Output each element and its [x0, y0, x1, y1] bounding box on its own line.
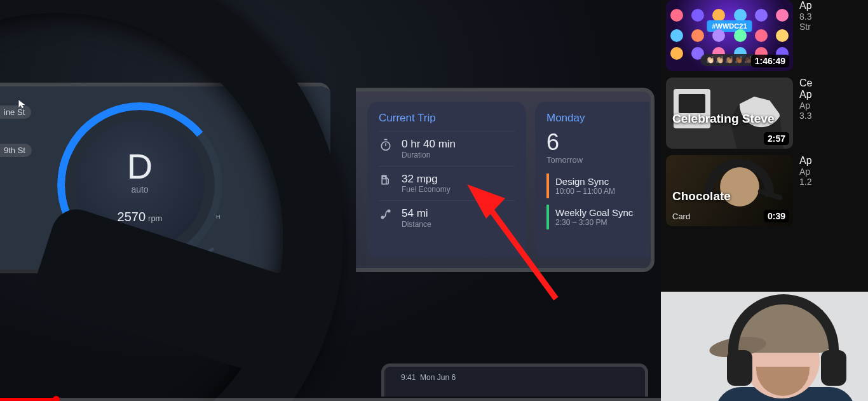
center-console-screen: 9:41 Mon Jun 6	[381, 364, 648, 397]
video-title-3: Ap	[799, 155, 863, 167]
calendar-event-2[interactable]: Weekly Goal Sync 2:30 – 3:30 PM	[546, 205, 638, 229]
fuel-pump-icon	[379, 173, 393, 187]
video-extra-1: Str	[799, 22, 863, 32]
route-icon	[379, 207, 393, 221]
infotainment-top-strip: Current Trip 0 hr 40 minDuration 32 mpgF…	[356, 88, 654, 272]
video-views-2: 3.3	[799, 111, 863, 121]
suggested-video-1[interactable]: #WWDC21 👏🏻👏🏼👏🏽👏🏾👏🏿 1:46:49 Ap 8.3 Str	[661, 0, 868, 78]
video-player[interactable]: ine St 9th St D auto 2570rpm TRIP: 21 mi…	[0, 0, 661, 401]
video-channel-1: 8.3	[799, 11, 863, 22]
video-title-2b: Ap	[799, 89, 863, 100]
trip-fuel-row: 32 mpgFuel Economy	[379, 166, 515, 201]
suggested-video-2[interactable]: Celebrating Steve 2:57 Ce Ap Ap 3.3	[661, 78, 868, 155]
video-views-3: 1.2	[799, 177, 863, 187]
calendar-day-name: Monday	[546, 112, 638, 125]
svg-point-1	[381, 216, 383, 218]
trip-distance-row: 54 miDistance	[379, 200, 515, 235]
thumbnail-2[interactable]: Celebrating Steve 2:57	[666, 78, 793, 149]
calendar-relative: Tomorrow	[546, 155, 638, 165]
thumbnail-1[interactable]: #WWDC21 👏🏻👏🏼👏🏽👏🏾👏🏿 1:46:49	[666, 0, 793, 71]
commentator-webcam	[661, 292, 868, 401]
trip-widget-title: Current Trip	[379, 112, 515, 125]
video-channel-3: Ap	[799, 167, 863, 177]
apple-card-label: Card	[671, 212, 690, 221]
duration-badge-3: 0:39	[764, 210, 789, 222]
video-channel-2: Ap	[799, 100, 863, 111]
video-progress-fill	[0, 398, 53, 401]
video-progress-bar[interactable]	[0, 398, 661, 401]
thumbnail-3[interactable]: Chocolate Card 0:39	[666, 155, 793, 226]
duration-badge-1: 1:46:49	[751, 55, 789, 67]
calendar-event-1[interactable]: Design Sync 10:00 – 11:00 AM	[546, 173, 638, 198]
video-progress-scrubber[interactable]	[53, 396, 60, 401]
current-trip-widget[interactable]: Current Trip 0 hr 40 minDuration 32 mpgF…	[367, 102, 526, 258]
thumbnail-overlay-3: Chocolate	[672, 189, 731, 203]
status-bar-time: 9:41 Mon Jun 6	[401, 373, 456, 382]
thumbnail-overlay-2: Celebrating Steve	[672, 112, 775, 126]
video-title-2a: Ce	[799, 78, 863, 89]
stopwatch-icon	[379, 138, 393, 152]
trip-duration-row: 0 hr 40 minDuration	[379, 131, 515, 166]
suggested-video-3[interactable]: Chocolate Card 0:39 Ap Ap 1.2	[661, 155, 868, 233]
calendar-widget[interactable]: Monday 6 Tomorrow Design Sync 10:00 – 11…	[535, 102, 649, 258]
calendar-day-number: 6	[546, 131, 638, 154]
svg-point-2	[388, 210, 390, 212]
duration-badge-2: 2:57	[764, 132, 789, 145]
video-title-1: Ap	[799, 0, 863, 11]
reaction-pill: 👏🏻👏🏼👏🏽👏🏾👏🏿	[701, 54, 759, 66]
